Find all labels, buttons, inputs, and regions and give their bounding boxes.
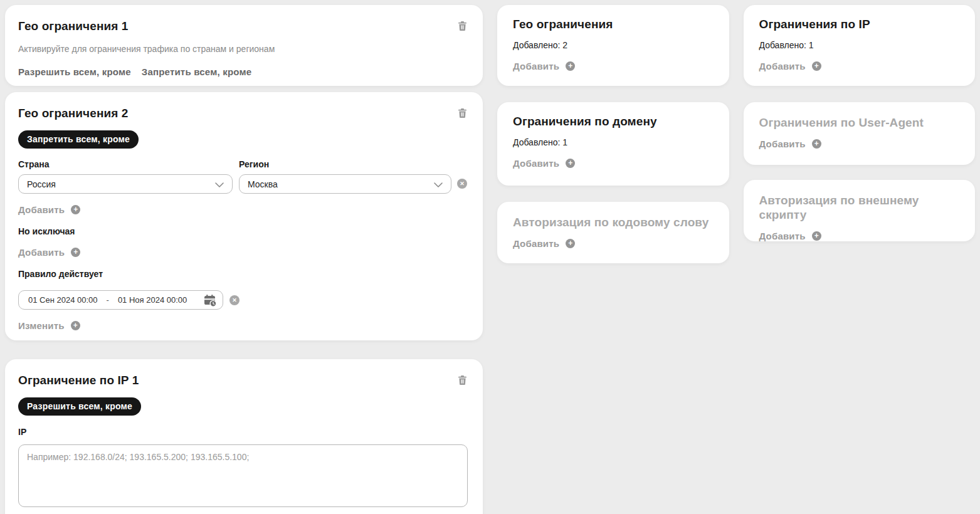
region-select-value: Москва [248, 179, 278, 189]
add-exclusion-label: Добавить [18, 247, 65, 258]
ip-label: IP [18, 427, 468, 437]
delete-button[interactable] [457, 20, 468, 34]
card-title: Гео ограничения 2 [18, 106, 129, 120]
card-title: Гео ограничения 1 [18, 19, 129, 33]
trash-icon [458, 23, 466, 33]
add-label: Добавить [759, 231, 806, 241]
remove-period-button[interactable]: ✕ [229, 295, 240, 305]
country-field: Страна Россия [18, 159, 233, 194]
geo-restrictions-summary-card: Гео ограничения Добавлено: 2 Добавить + [497, 5, 729, 86]
ip-restrictions-summary-card: Ограничения по IP Добавлено: 1 Добавить … [744, 5, 976, 86]
delete-button[interactable] [457, 107, 468, 121]
country-label: Страна [18, 159, 233, 169]
edit-period-button[interactable]: Изменить + [18, 320, 80, 331]
but-excluding-label: Но исключая [18, 226, 468, 236]
restrictions-settings-page: Гео ограничения 1 Активируйте для ограни… [0, 0, 980, 514]
plus-icon: + [71, 248, 80, 257]
ip-list-input[interactable] [18, 444, 468, 507]
plus-icon: + [812, 139, 821, 149]
region-select[interactable]: Москва [239, 174, 451, 194]
add-country-button[interactable]: Добавить + [18, 204, 80, 215]
region-label: Регион [239, 159, 451, 169]
date-from-value: 01 Сен 2024 00:00 [28, 295, 98, 305]
deny-all-except-option[interactable]: Запретить всем, кроме [142, 66, 251, 77]
add-label: Добавить [513, 158, 559, 169]
add-label: Добавить [513, 238, 559, 249]
geo-restriction-1-card: Гео ограничения 1 Активируйте для ограни… [5, 5, 483, 86]
card-title: Ограничение по IP 1 [18, 373, 139, 387]
delete-button[interactable] [457, 374, 468, 388]
add-country-label: Добавить [18, 204, 65, 215]
geo-restriction-2-card: Гео ограничения 2 Запретить всем, кроме [5, 92, 483, 340]
country-select-value: Россия [27, 179, 56, 189]
add-geo-restriction-button[interactable]: Добавить + [513, 61, 575, 71]
calendar-clock-icon [203, 293, 217, 307]
add-external-script-auth-button[interactable]: Добавить + [759, 231, 821, 241]
remove-row-button[interactable]: ✕ [457, 179, 467, 189]
codeword-auth-summary-card: Авторизация по кодовому слову Добавить + [497, 202, 729, 263]
card-header: Гео ограничения 2 [18, 106, 468, 121]
active-rules-column: Гео ограничения 1 Активируйте для ограни… [5, 5, 483, 514]
region-field: Регион Москва [239, 159, 451, 194]
card-header: Ограничение по IP 1 [18, 373, 468, 388]
plus-icon: + [566, 159, 575, 168]
card-title: Авторизация по кодовому слову [513, 215, 714, 229]
country-select[interactable]: Россия [18, 174, 233, 194]
add-ip-restriction-button[interactable]: Добавить + [759, 61, 821, 71]
add-codeword-auth-button[interactable]: Добавить + [513, 238, 575, 249]
allow-all-except-option[interactable]: Разрешить всем, кроме [18, 66, 131, 77]
plus-icon: + [71, 321, 80, 330]
restriction-types-column-2: Ограничения по IP Добавлено: 1 Добавить … [744, 5, 976, 241]
mode-options: Разрешить всем, кроме Запретить всем, кр… [18, 66, 468, 77]
date-to-value: 01 Ноя 2024 00:00 [118, 295, 187, 305]
card-title: Гео ограничения [513, 17, 714, 31]
date-separator: - [107, 295, 109, 305]
edit-period-label: Изменить [18, 320, 65, 331]
card-description: Активируйте для ограничения трафика по с… [18, 44, 468, 55]
add-label: Добавить [759, 61, 806, 71]
trash-icon [458, 110, 466, 120]
card-title: Ограничения по IP [759, 17, 960, 31]
add-user-agent-restriction-button[interactable]: Добавить + [759, 139, 821, 149]
card-title: Ограничения по домену [513, 114, 714, 128]
chevron-down-icon [434, 179, 443, 189]
rule-period-row: 01 Сен 2024 00:00 - 01 Ноя 2024 00:00 [18, 290, 468, 310]
added-count: Добавлено: 1 [759, 40, 960, 50]
country-region-row: Страна Россия Регион Москва [18, 159, 468, 194]
ip-restriction-1-card: Ограничение по IP 1 Разрешить всем, кром… [5, 359, 483, 514]
added-count: Добавлено: 1 [513, 137, 714, 147]
card-title: Ограничения по User-Agent [759, 115, 960, 130]
mode-badge: Запретить всем, кроме [18, 130, 139, 149]
plus-icon: + [812, 231, 821, 241]
add-domain-restriction-button[interactable]: Добавить + [513, 158, 575, 169]
date-range-input[interactable]: 01 Сен 2024 00:00 - 01 Ноя 2024 00:00 [18, 290, 223, 310]
plus-icon: + [812, 61, 821, 71]
add-label: Добавить [513, 61, 559, 71]
restriction-types-column-1: Гео ограничения Добавлено: 2 Добавить + … [497, 5, 729, 263]
chevron-down-icon [215, 179, 224, 189]
add-label: Добавить [759, 139, 806, 149]
plus-icon: + [566, 61, 575, 71]
domain-restrictions-summary-card: Ограничения по домену Добавлено: 1 Добав… [497, 102, 729, 186]
added-count: Добавлено: 2 [513, 40, 714, 50]
mode-badge: Разрешить всем, кроме [18, 397, 141, 416]
rule-active-label: Правило действует [18, 269, 468, 279]
plus-icon: + [71, 205, 80, 214]
card-header: Гео ограничения 1 [18, 19, 468, 34]
plus-icon: + [566, 239, 575, 248]
user-agent-restrictions-summary-card: Ограничения по User-Agent Добавить + [744, 102, 976, 165]
trash-icon [458, 377, 466, 387]
card-title: Авторизация по внешнему скрипту [759, 193, 960, 222]
external-script-auth-summary-card: Авторизация по внешнему скрипту Добавить… [744, 180, 976, 241]
add-exclusion-button[interactable]: Добавить + [18, 247, 80, 258]
